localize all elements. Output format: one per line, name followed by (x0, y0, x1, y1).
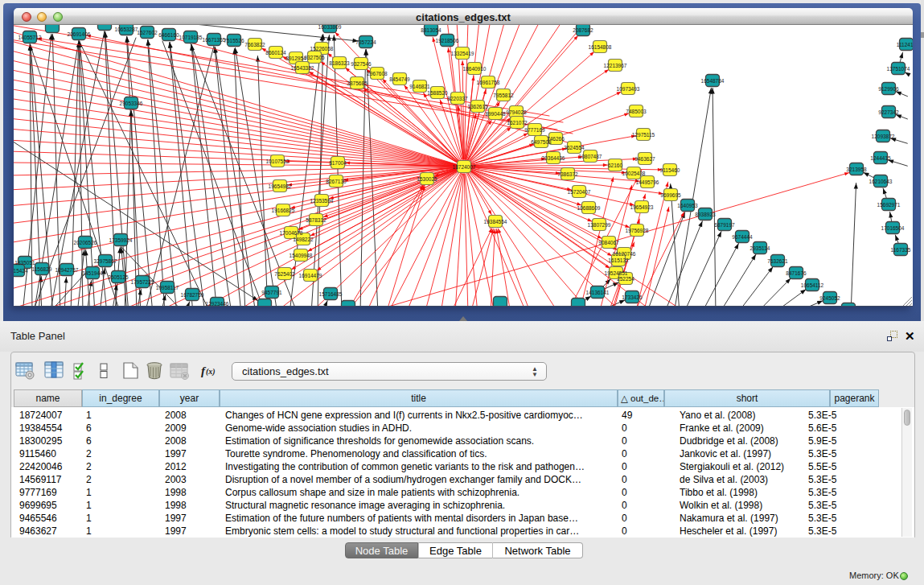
svg-text:1451944: 1451944 (82, 270, 103, 276)
svg-text:1527602: 1527602 (137, 30, 158, 35)
svg-text:3213958: 3213958 (846, 167, 867, 172)
svg-text:8186323: 8186323 (329, 60, 350, 66)
svg-text:12942757: 12942757 (55, 267, 79, 273)
svg-text:14055712: 14055712 (18, 35, 42, 40)
svg-text:252254: 252254 (617, 276, 634, 282)
svg-text:817004: 817004 (329, 160, 347, 166)
svg-text:10973493: 10973493 (617, 86, 640, 92)
svg-text:16543382: 16543382 (291, 65, 314, 71)
svg-text:20691406: 20691406 (68, 31, 91, 37)
svg-text:2967608: 2967608 (367, 71, 388, 76)
svg-text:12975115: 12975115 (632, 132, 655, 138)
svg-text:9227342: 9227342 (878, 109, 899, 115)
svg-text:19654982: 19654982 (269, 183, 292, 189)
svg-text:7663822: 7663822 (244, 42, 265, 47)
svg-text:17004678: 17004678 (280, 230, 303, 236)
svg-text:17359924: 17359924 (109, 237, 133, 243)
svg-text:10807487: 10807487 (579, 154, 602, 159)
svg-text:12353594: 12353594 (310, 198, 334, 204)
svg-text:3875685: 3875685 (347, 80, 368, 86)
svg-text:7515526: 7515526 (224, 38, 244, 43)
svg-text:8938923: 8938923 (695, 212, 716, 217)
svg-text:17016504: 17016504 (881, 225, 905, 231)
svg-text:(x): (x) (206, 367, 216, 377)
svg-text:9327505: 9327505 (304, 55, 325, 60)
svg-text:8660124: 8660124 (265, 50, 286, 56)
svg-text:1733426: 1733426 (622, 295, 643, 300)
svg-text:18724007: 18724007 (453, 164, 476, 170)
svg-text:1621072: 1621072 (507, 120, 528, 126)
svg-text:1588520: 1588520 (427, 90, 448, 96)
svg-text:10719185: 10719185 (179, 35, 203, 40)
svg-text:16548784: 16548784 (701, 78, 725, 84)
svg-text:14136141: 14136141 (586, 290, 610, 295)
svg-text:6879197: 6879197 (714, 222, 735, 228)
svg-text:15226058: 15226058 (310, 46, 334, 51)
svg-text:1156829: 1156829 (32, 266, 52, 272)
svg-text:9146821: 9146821 (409, 84, 430, 89)
svg-text:1362615: 1362615 (467, 104, 488, 109)
svg-text:1835051: 1835051 (14, 260, 35, 266)
svg-text:15409948: 15409948 (290, 253, 313, 258)
svg-text:1640953: 1640953 (677, 203, 698, 208)
svg-text:2505125: 2505125 (108, 274, 129, 280)
svg-text:20364436: 20364436 (542, 155, 565, 161)
svg-text:6497508: 6497508 (531, 139, 552, 145)
svg-text:19756928: 19756928 (626, 228, 649, 233)
svg-text:16154808: 16154808 (589, 44, 612, 50)
svg-text:16671355: 16671355 (203, 37, 226, 43)
svg-text:8454749: 8454749 (389, 76, 410, 82)
svg-text:19654923: 19654923 (630, 204, 654, 210)
svg-text:16033809: 16033809 (318, 25, 342, 30)
svg-text:10958117: 10958117 (156, 285, 179, 290)
svg-text:6466160: 6466160 (158, 32, 179, 38)
svg-text:10654112: 10654112 (801, 282, 824, 288)
svg-text:7386372: 7386372 (557, 171, 578, 177)
svg-text:14495796: 14495796 (636, 179, 659, 185)
svg-text:9674444: 9674444 (732, 234, 753, 240)
svg-text:2935114: 2935114 (750, 245, 770, 251)
svg-text:8267130: 8267130 (326, 179, 347, 184)
svg-text:12923446: 12923446 (206, 301, 229, 307)
svg-text:10688609: 10688609 (577, 205, 601, 211)
svg-text:8471676: 8471676 (786, 270, 807, 276)
svg-text:19384554: 19384554 (484, 219, 507, 225)
svg-text:8912954: 8912954 (285, 56, 306, 61)
svg-text:9115460: 9115460 (660, 167, 680, 173)
svg-text:7485003: 7485003 (626, 109, 647, 114)
svg-text:15720407: 15720407 (568, 189, 591, 195)
svg-text:7955812: 7955812 (493, 93, 514, 98)
svg-text:3915424: 3915424 (14, 268, 28, 274)
svg-text:10107552: 10107552 (266, 159, 290, 164)
svg-text:8990448: 8990448 (485, 111, 506, 117)
svg-text:5878312: 5878312 (306, 217, 326, 223)
svg-text:16120746: 16120746 (613, 251, 636, 257)
svg-text:9084067: 9084067 (598, 240, 619, 245)
svg-text:7632621: 7632621 (767, 258, 788, 264)
svg-text:1498222: 1498222 (293, 237, 314, 242)
svg-text:13807299: 13807299 (588, 222, 611, 228)
svg-text:7625402: 7625402 (274, 271, 295, 277)
svg-text:16210643: 16210643 (869, 179, 893, 184)
svg-text:7357224: 7357224 (355, 39, 376, 45)
svg-text:10025438: 10025438 (622, 171, 646, 176)
svg-text:19524851: 19524851 (605, 270, 628, 276)
svg-text:13325419: 13325419 (451, 51, 474, 56)
svg-text:62160: 62160 (608, 163, 622, 168)
svg-text:9699695: 9699695 (660, 192, 681, 198)
svg-text:16914479: 16914479 (299, 273, 322, 278)
svg-text:32975867: 32975867 (94, 258, 117, 264)
svg-text:8813054: 8813054 (421, 27, 441, 33)
svg-text:9245052: 9245052 (819, 295, 840, 301)
svg-text:16782759: 16782759 (181, 292, 204, 298)
svg-text:1167335: 1167335 (891, 247, 911, 253)
svg-text:19166825: 19166825 (272, 208, 295, 213)
svg-text:1530025: 1530025 (417, 176, 437, 182)
svg-text:8220337: 8220337 (447, 96, 468, 101)
svg-text:18640910: 18640910 (463, 66, 487, 72)
svg-text:13751074: 13751074 (887, 66, 910, 72)
svg-text:1615132: 1615132 (608, 257, 629, 263)
svg-text:9463627: 9463627 (634, 156, 655, 162)
svg-text:12093872: 12093872 (872, 134, 895, 139)
svg-text:19218506: 19218506 (436, 38, 459, 43)
